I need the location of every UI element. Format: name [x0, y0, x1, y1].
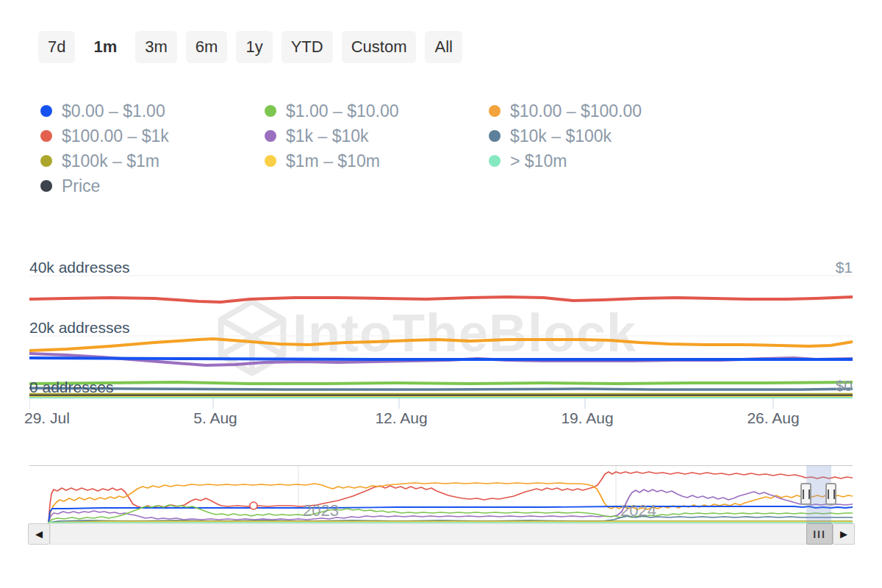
legend-label: $1.00 – $10.00: [286, 101, 398, 121]
legend-item-gt-10m[interactable]: > $10m: [489, 148, 713, 173]
legend-dot-icon: [489, 105, 501, 117]
x-tick-12-aug: 12. Aug: [375, 409, 427, 427]
y-axis-label-20k: 20k addresses: [29, 319, 130, 337]
legend-label: > $10m: [510, 151, 567, 171]
x-tick-26-aug: 26. Aug: [747, 409, 799, 427]
range-button-custom[interactable]: Custom: [342, 31, 417, 63]
handle-grip-icon: [828, 490, 835, 499]
range-button-6m[interactable]: 6m: [186, 31, 228, 63]
legend-label: $10.00 – $100.00: [510, 101, 642, 121]
navigator-minimap[interactable]: [29, 465, 853, 523]
price-axis-label-1: $1: [836, 259, 853, 276]
page: 7d 1m 3m 6m 1y YTD Custom All $0.00 – $1…: [0, 0, 882, 588]
x-tick-29-jul: 29. Jul: [24, 409, 70, 427]
legend-dot-icon: [265, 155, 276, 167]
navigator-year-2023: 2023: [303, 501, 339, 520]
legend-label: $100k – $1m: [62, 151, 159, 171]
range-button-1y[interactable]: 1y: [236, 31, 272, 63]
series-$100.00 – $1k[interactable]: [29, 297, 853, 302]
handle-grip-icon: [803, 490, 810, 499]
legend-dot-icon: [40, 180, 52, 192]
legend-item-price[interactable]: Price: [40, 173, 265, 198]
legend-dot-icon: [40, 155, 52, 167]
legend-item-10-100[interactable]: $10.00 – $100.00: [489, 98, 713, 123]
series-$10k – $100k[interactable]: [29, 388, 853, 390]
series-$1.00 – $10.00[interactable]: [29, 382, 853, 384]
scrollbar-thumb[interactable]: III: [806, 523, 833, 545]
series-$0.00 – $1.00[interactable]: [29, 358, 853, 359]
legend-dot-icon: [40, 130, 52, 142]
scrollbar-track[interactable]: [50, 523, 833, 545]
legend-item-1k-10k[interactable]: $1k – $10k: [265, 123, 489, 148]
range-button-all[interactable]: All: [425, 31, 462, 63]
scrollbar-right-arrow-icon[interactable]: ▶: [833, 523, 855, 545]
time-range-selector: 7d 1m 3m 6m 1y YTD Custom All: [38, 31, 462, 63]
series-$100.00 – $1k[interactable]: [49, 472, 853, 523]
legend-item-10k-100k[interactable]: $10k – $100k: [489, 123, 713, 148]
legend-label: $1k – $10k: [286, 126, 369, 146]
legend-label: $0.00 – $1.00: [62, 101, 165, 121]
chart-legend: $0.00 – $1.00 $1.00 – $10.00 $10.00 – $1…: [40, 98, 713, 198]
range-button-ytd[interactable]: YTD: [282, 31, 333, 63]
legend-item-1m-10m[interactable]: $1m – $10m: [265, 148, 489, 173]
scrollbar-left-arrow-icon[interactable]: ◀: [28, 523, 50, 545]
x-tick-19-aug: 19. Aug: [561, 409, 613, 427]
legend-label: $10k – $100k: [510, 126, 612, 146]
range-button-1m[interactable]: 1m: [84, 31, 126, 63]
legend-dot-icon: [265, 130, 276, 142]
navigator-handle-right[interactable]: [825, 483, 836, 505]
legend-item-100-1k[interactable]: $100.00 – $1k: [40, 123, 265, 148]
legend-dot-icon: [489, 130, 501, 142]
y-axis-label-40k: 40k addresses: [29, 259, 130, 276]
legend-dot-icon: [40, 105, 52, 117]
range-button-7d[interactable]: 7d: [38, 31, 75, 63]
x-tick-5-aug: 5. Aug: [193, 409, 237, 427]
legend-item-0-1[interactable]: $0.00 – $1.00: [40, 98, 265, 123]
y-axis-label-0: 0 addresses: [29, 379, 113, 396]
legend-dot-icon: [265, 105, 276, 117]
legend-label: Price: [62, 176, 100, 196]
legend-dot-icon: [489, 155, 501, 167]
range-button-3m[interactable]: 3m: [135, 31, 177, 63]
navigator-handle-left[interactable]: [800, 483, 811, 505]
legend-label: $1m – $10m: [286, 151, 380, 171]
navigator-svg: [29, 466, 853, 523]
main-chart-svg: [29, 257, 853, 409]
series-$10.00 – $100.00[interactable]: [29, 339, 853, 351]
price-axis-label-0: $0: [836, 377, 853, 395]
legend-item-1-10[interactable]: $1.00 – $10.00: [265, 98, 489, 123]
legend-label: $100.00 – $1k: [62, 126, 169, 146]
main-chart-plot-area[interactable]: [29, 257, 853, 409]
navigator-year-2024: 2024: [620, 501, 656, 520]
series-marker-dot: [250, 502, 257, 509]
legend-item-100k-1m[interactable]: $100k – $1m: [40, 148, 265, 173]
